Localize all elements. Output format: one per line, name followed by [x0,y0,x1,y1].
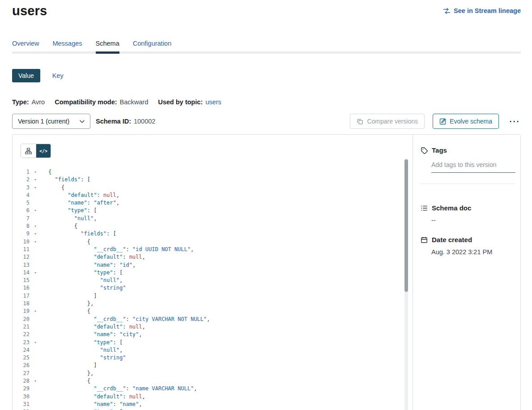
tab-schema[interactable]: Schema [96,40,119,54]
fold-caret-icon[interactable]: ▾ [30,184,41,192]
code-line-content: "__crdb__": "city VARCHAR NOT NULL", [41,316,210,323]
code-line-content: "__crdb__": "name VARCHAR NULL", [41,385,197,393]
code-line: 14▾ "type": [ [13,269,413,277]
code-scrollbar-thumb[interactable] [404,159,408,292]
line-number: 29 [13,385,30,393]
compare-versions-label: Compare versions [367,118,418,125]
meta-topic: Used by topic: users [158,98,221,106]
line-number: 22 [13,331,30,338]
tree-view-button[interactable] [21,144,36,158]
code-line: 25 "string" [13,354,413,362]
compatibility-label: Compatibility mode: [55,98,117,106]
code-line-content: "type": [ [41,408,123,410]
tags-title: Tags [432,146,447,154]
code-line-content: "fields": [ [41,176,90,184]
fold-caret-icon[interactable]: ▾ [30,339,41,346]
code-line-content: "__crdb__": "id UUID NOT NULL", [41,246,194,253]
code-line-content: "null", [41,215,97,222]
code-line: 4 "default": null, [13,192,413,199]
line-number: 21 [13,323,30,331]
schema-json-viewer: 1▾{2▾ "fields": [3▾ {4 "default": null,5… [13,168,413,410]
code-line: 3▾ { [13,184,413,192]
fold-caret-placeholder [30,300,41,308]
line-number: 19 [13,308,30,315]
type-label: Type: [12,98,29,106]
fold-caret-placeholder [30,331,41,338]
fold-caret-placeholder [30,346,41,354]
code-line: 6▾ "type": [ [13,207,413,214]
page-title: users [12,4,47,18]
version-select-value: Version 1 (current) [18,118,69,125]
fold-caret-icon[interactable]: ▾ [30,222,41,230]
code-line: 20 "__crdb__": "city VARCHAR NOT NULL", [13,316,413,323]
code-line-content: "type": [ [41,269,123,277]
add-tags-input[interactable] [431,158,515,173]
line-number: 15 [13,277,30,284]
sidebar-divider [421,184,515,184]
key-toggle-button[interactable]: Key [52,72,64,79]
code-line-content: "name": "city", [41,331,142,338]
editor-view-toggle: </> [21,144,51,158]
code-line: 18 }, [13,300,413,308]
code-line: 28▾ { [13,377,413,385]
copy-icon [357,118,363,125]
code-line-content: "name": "name", [41,401,142,408]
fold-caret-icon[interactable]: ▾ [30,238,41,246]
fold-caret-placeholder [30,192,41,199]
code-line: 19▾ { [13,308,413,315]
stream-lineage-link[interactable]: See in Stream lineage [443,7,521,14]
topic-link[interactable]: users [205,98,221,106]
code-line: 27 }, [13,370,413,377]
line-number: 30 [13,393,30,401]
line-number: 3 [13,184,30,192]
code-scrollbar[interactable] [404,158,408,410]
fold-caret-icon[interactable]: ▾ [30,377,41,385]
code-line: 22 "name": "city", [13,331,413,338]
line-number: 20 [13,316,30,323]
chevron-down-icon [80,120,85,123]
fold-caret-placeholder [30,246,41,253]
code-line-content: { [41,377,90,385]
fold-caret-placeholder [30,354,41,362]
line-number: 6 [13,207,30,214]
line-number: 17 [13,292,30,300]
fold-caret-placeholder [30,370,41,377]
code-view-button[interactable]: </> [36,144,51,158]
fold-caret-icon[interactable]: ▾ [30,308,41,315]
fold-caret-icon[interactable]: ▾ [30,408,41,410]
code-line-content: }, [41,300,94,308]
code-line: 15 "null", [13,277,413,284]
evolve-schema-button[interactable]: Evolve schema [433,114,499,129]
type-value: Avro [32,98,45,106]
code-line-content: { [41,168,51,176]
more-options-button[interactable]: ⋯ [508,118,521,124]
code-line: 30 "default": null, [13,393,413,401]
list-icon [421,205,428,212]
code-line: 16 "string" [13,284,413,292]
value-toggle-button[interactable]: Value [12,69,40,82]
tab-overview[interactable]: Overview [12,40,39,51]
schema-id-label: Schema ID: [96,118,131,125]
tab-messages[interactable]: Messages [52,40,82,51]
version-select[interactable]: Version 1 (current) [12,114,90,129]
code-line-content: "fields": [ [41,230,116,238]
code-line: 26 ] [13,362,413,369]
code-line: 7 "null", [13,215,413,222]
fold-caret-placeholder [30,199,41,207]
fold-caret-icon[interactable]: ▾ [30,230,41,238]
fold-caret-icon[interactable]: ▾ [30,168,41,176]
tab-configuration[interactable]: Configuration [133,40,171,51]
pencil-square-icon [439,118,446,125]
fold-caret-icon[interactable]: ▾ [30,207,41,214]
fold-caret-placeholder [30,277,41,284]
code-line: 24 "null", [13,346,413,354]
compare-versions-button[interactable]: Compare versions [350,114,425,129]
code-line: 9▾ "fields": [ [13,230,413,238]
line-number: 11 [13,246,30,253]
line-number: 7 [13,215,30,222]
schema-sidebar: Tags Schema doc -- Date created [413,135,521,410]
fold-caret-icon[interactable]: ▾ [30,269,41,277]
code-line-content: "string" [41,284,126,292]
line-number: 26 [13,362,30,369]
fold-caret-icon[interactable]: ▾ [30,176,41,184]
